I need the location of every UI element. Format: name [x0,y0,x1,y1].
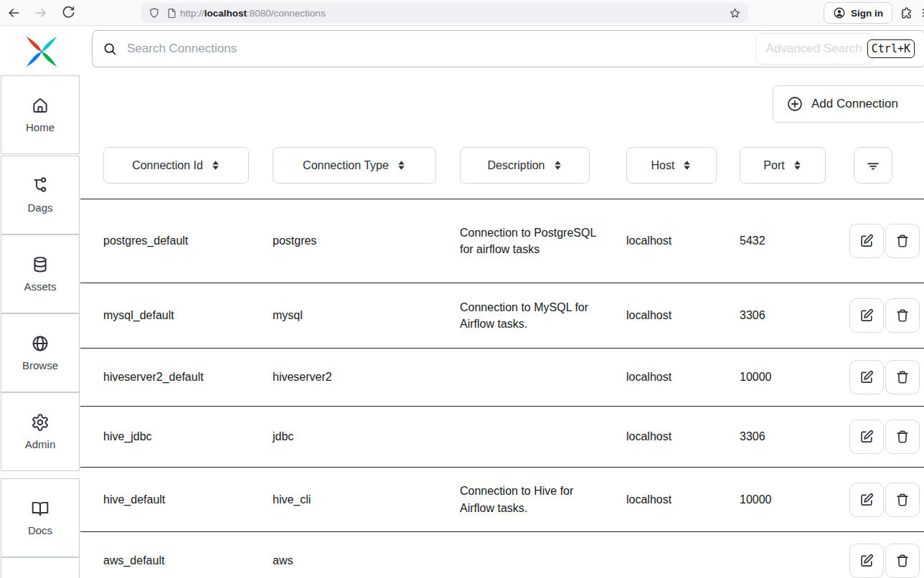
column-label: Description [487,159,544,172]
plus-circle-icon [786,95,803,113]
delete-connection-button[interactable] [885,420,920,454]
forward-icon[interactable] [30,2,52,24]
sort-header-description[interactable]: Description [460,147,590,184]
trash-icon [895,369,910,385]
row-actions [849,420,924,454]
edit-connection-button[interactable] [849,544,884,578]
cell-connection-type: hiveserver2 [273,369,460,385]
bookmark-star-icon[interactable] [725,2,744,24]
edit-icon [859,429,874,445]
cell-connection-id: aws_default [103,552,273,569]
filter-columns-button[interactable] [854,147,892,184]
cell-host: localhost [626,428,740,445]
search-input[interactable] [126,41,755,57]
edit-icon [859,369,874,385]
cell-connection-id: hiveserver2_default [103,369,273,385]
gear-icon [31,413,50,432]
sort-header-port[interactable]: Port [740,147,826,184]
back-icon[interactable] [3,2,24,24]
sidebar-item-docs[interactable]: Docs [1,478,80,557]
cell-connection-type: mysql [273,307,460,323]
reload-icon[interactable] [57,2,79,24]
row-actions [849,483,924,517]
row-actions [849,224,924,258]
row-actions [849,298,924,333]
cell-port: 3306 [740,307,849,323]
advanced-search-button[interactable]: Advanced Search [755,33,873,65]
sort-icon [553,160,562,171]
search-bar: Advanced Search Ctrl+K [92,30,924,67]
column-label: Connection Type [303,159,389,172]
url-bar[interactable]: http://localhost:8080/connections [141,3,748,23]
trash-icon [895,233,910,249]
edit-connection-button[interactable] [849,298,884,333]
cell-host: localhost [626,307,740,323]
sort-icon [211,160,220,171]
add-connection-button[interactable]: Add Connection [773,85,924,123]
sidebar-item-partial[interactable] [1,557,80,578]
edit-connection-button[interactable] [849,360,884,394]
cell-connection-id: hive_default [103,491,273,508]
cell-connection-id: mysql_default [103,307,273,323]
sidebar-item-browse[interactable]: Browse [1,313,80,392]
edit-connection-button[interactable] [849,483,884,517]
sidebar-item-label: Home [26,121,55,133]
sort-icon [793,160,802,171]
table-row: hive_default hive_cli Connection to Hive… [80,468,924,532]
trash-icon [895,308,910,323]
row-actions [849,544,924,578]
menu-icon[interactable] [917,2,924,24]
sidebar-item-assets[interactable]: Assets [1,234,80,313]
sidebar: Home Dags Assets Browse Admin Docs [0,26,80,578]
book-icon [31,499,50,518]
edit-icon [859,553,874,569]
extensions-puzzle-icon[interactable] [895,2,917,24]
search-icon [103,42,118,57]
delete-connection-button[interactable] [885,544,920,578]
main-content: Advanced Search Ctrl+K Add Connection Co… [80,26,924,578]
dag-branch-icon [31,176,50,195]
cell-port: 3306 [740,428,849,445]
add-connection-label: Add Connection [811,97,898,111]
sidebar-item-label: Docs [28,524,52,536]
table-row: postgres_default postgres Connection to … [80,199,924,283]
delete-connection-button[interactable] [885,483,920,517]
delete-connection-button[interactable] [885,360,920,394]
row-actions [849,360,924,394]
sign-in-label: Sign in [851,8,883,19]
cell-description: Connection to Hive for Airflow tasks. [460,483,602,516]
trash-icon [895,429,910,445]
delete-connection-button[interactable] [885,224,920,258]
sidebar-item-label: Admin [25,438,56,450]
sort-header-connection-type[interactable]: Connection Type [273,147,436,184]
filter-icon [865,158,881,174]
shield-icon[interactable] [146,2,163,24]
column-label: Host [651,159,675,172]
edit-icon [859,492,874,508]
sort-header-connection-id[interactable]: Connection Id [103,147,249,184]
edit-connection-button[interactable] [849,224,884,258]
cell-description: Connection to PostgreSQL for airflow tas… [460,224,602,257]
cell-host: localhost [626,491,740,508]
sidebar-item-dags[interactable]: Dags [1,156,80,234]
edit-connection-button[interactable] [849,420,884,454]
cell-connection-id: hive_jdbc [103,428,273,445]
cell-connection-id: postgres_default [103,232,273,249]
sidebar-item-label: Browse [22,359,58,371]
sign-in-button[interactable]: Sign in [824,2,892,24]
delete-connection-button[interactable] [885,298,920,333]
trash-icon [895,492,910,508]
page-icon[interactable] [163,2,180,24]
sidebar-item-label: Assets [24,280,56,293]
column-label: Port [763,159,784,172]
sidebar-item-home[interactable]: Home [1,75,80,154]
cell-port: 5432 [740,232,849,249]
cell-connection-type: postgres [273,232,460,249]
sort-header-host[interactable]: Host [626,147,717,184]
home-icon [31,96,50,115]
airflow-logo-icon [23,33,60,70]
sidebar-item-admin[interactable]: Admin [1,392,80,471]
cell-connection-type: jdbc [273,428,460,445]
sort-icon [397,160,406,171]
cell-port: 10000 [740,491,849,508]
